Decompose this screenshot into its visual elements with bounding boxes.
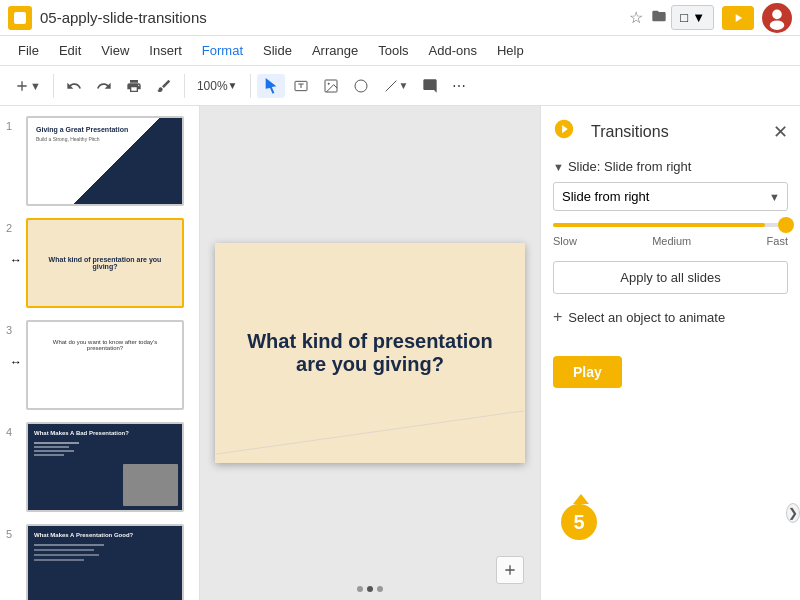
menu-view[interactable]: View xyxy=(91,39,139,62)
slide-canvas: What kind of presentation are you giving… xyxy=(215,243,525,463)
menu-help[interactable]: Help xyxy=(487,39,534,62)
slide-number-5: 5 xyxy=(6,524,20,540)
folder-button[interactable] xyxy=(647,6,671,30)
slide-thumb-3[interactable]: What do you want to know after today's p… xyxy=(26,320,184,410)
svg-point-0 xyxy=(772,9,782,19)
menu-slide[interactable]: Slide xyxy=(253,39,302,62)
page-dot-3 xyxy=(377,586,383,592)
chevron-icon: ▼ xyxy=(553,161,564,173)
play-button[interactable]: Play xyxy=(553,356,622,388)
toolbar: ▼ 100% ▼ ▼ ⋯ xyxy=(0,66,800,106)
present-button[interactable] xyxy=(722,6,754,30)
slide-section: ▼ Slide: Slide from right Slide from rig… xyxy=(553,159,788,294)
thumb-5-title: What Makes A Presentation Good? xyxy=(34,532,133,538)
cursor-button[interactable] xyxy=(257,74,285,98)
transitions-icon xyxy=(553,118,575,145)
slide-number-2: 2 xyxy=(6,218,20,234)
speed-thumb[interactable] xyxy=(778,217,794,233)
zoom-button[interactable]: 100% ▼ xyxy=(191,75,244,97)
menu-tools[interactable]: Tools xyxy=(368,39,418,62)
animate-section[interactable]: + Select an object to animate xyxy=(553,308,788,326)
slide-thumb-5[interactable]: What Makes A Presentation Good? xyxy=(26,524,184,600)
speed-labels: Slow Medium Fast xyxy=(553,235,788,247)
thumb-5-lines xyxy=(34,544,104,561)
play-section: Play xyxy=(553,340,788,388)
menu-edit[interactable]: Edit xyxy=(49,39,91,62)
layout-icon: □ xyxy=(680,10,688,25)
thumb-1-title: Giving a Great Presentation xyxy=(36,126,128,133)
callout-number: 5 xyxy=(573,511,584,534)
transitions-panel: Transitions ✕ ▼ Slide: Slide from right … xyxy=(540,106,800,600)
slide-panel: 1 Giving a Great Presentation Build a St… xyxy=(0,106,200,600)
transition-icon-2: ↔ xyxy=(10,253,22,267)
menu-insert[interactable]: Insert xyxy=(139,39,192,62)
speed-track[interactable] xyxy=(553,223,788,227)
app-icon xyxy=(8,6,32,30)
menu-format[interactable]: Format xyxy=(192,39,253,62)
animate-plus-icon: + xyxy=(553,308,562,326)
slide-thumb-4[interactable]: What Makes A Bad Presentation? xyxy=(26,422,184,512)
svg-point-1 xyxy=(770,20,784,30)
speed-section: Slow Medium Fast xyxy=(553,223,788,247)
panel-title: Transitions xyxy=(591,123,773,141)
thumb-1-subtitle: Build a Strong, Healthy Pitch xyxy=(36,136,100,142)
slide-thumb-1[interactable]: Giving a Great Presentation Build a Stro… xyxy=(26,116,184,206)
line-button[interactable]: ▼ xyxy=(377,74,415,98)
panel-close-button[interactable]: ✕ xyxy=(773,121,788,143)
image-button[interactable] xyxy=(317,74,345,98)
layout-button[interactable]: □ ▼ xyxy=(671,5,714,30)
undo-button[interactable] xyxy=(60,74,88,98)
thumb-3-text: What do you want to know after today's p… xyxy=(40,339,171,351)
textbox-button[interactable] xyxy=(287,74,315,98)
animate-label: Select an object to animate xyxy=(568,310,725,325)
slide-item-2[interactable]: 2 ↔ What kind of presentation are you gi… xyxy=(4,216,195,310)
shape-button[interactable] xyxy=(347,74,375,98)
thumb-4-lines xyxy=(34,442,79,456)
svg-line-6 xyxy=(385,80,396,91)
header-right: □ ▼ xyxy=(671,3,792,33)
toolbar-sep-1 xyxy=(53,74,54,98)
right-scrollbar: ❯ xyxy=(786,280,800,600)
slide-canvas-text: What kind of presentation are you giving… xyxy=(231,330,510,376)
apply-to-all-button[interactable]: Apply to all slides xyxy=(553,261,788,294)
speed-fast-label: Fast xyxy=(767,235,788,247)
callout-bubble: 5 xyxy=(561,504,597,540)
comment-button[interactable] xyxy=(416,74,444,98)
callout: 5 xyxy=(561,494,597,540)
menu-addons[interactable]: Add-ons xyxy=(419,39,487,62)
svg-point-4 xyxy=(327,82,329,84)
transition-icon-3: ↔ xyxy=(10,355,22,369)
slide-item-1[interactable]: 1 Giving a Great Presentation Build a St… xyxy=(4,114,195,208)
main-content: 1 Giving a Great Presentation Build a St… xyxy=(0,106,800,600)
more-button[interactable]: ⋯ xyxy=(446,74,472,98)
slide-number-4: 4 xyxy=(6,422,20,438)
slide-number-1: 1 xyxy=(6,116,20,132)
add-button[interactable]: ▼ xyxy=(8,74,47,98)
thumb-2-text: What kind of presentation are you giving… xyxy=(40,256,171,270)
slide-item-5[interactable]: 5 What Makes A Presentation Good? xyxy=(4,522,195,600)
redo-button[interactable] xyxy=(90,74,118,98)
thumb-4-image xyxy=(123,464,178,506)
page-dot-1 xyxy=(357,586,363,592)
menu-file[interactable]: File xyxy=(8,39,49,62)
slide-item-3[interactable]: 3 ↔ What do you want to know after today… xyxy=(4,318,195,412)
slide-thumb-2[interactable]: What kind of presentation are you giving… xyxy=(26,218,184,308)
star-button[interactable]: ☆ xyxy=(625,6,647,29)
panel-header: Transitions ✕ xyxy=(553,118,788,145)
scroll-arrow-button[interactable]: ❯ xyxy=(786,503,800,523)
toolbar-sep-3 xyxy=(250,74,251,98)
print-button[interactable] xyxy=(120,74,148,98)
toolbar-sep-2 xyxy=(184,74,185,98)
slide-number-3: 3 xyxy=(6,320,20,336)
thumb-4-title: What Makes A Bad Presentation? xyxy=(34,430,129,436)
title-bar: 05-apply-slide-transitions ☆ □ ▼ xyxy=(0,0,800,36)
slide-item-4[interactable]: 4 What Makes A Bad Presentation? xyxy=(4,420,195,514)
slide-section-label: Slide: Slide from right xyxy=(568,159,692,174)
canvas-area[interactable]: What kind of presentation are you giving… xyxy=(200,106,540,600)
paint-button[interactable] xyxy=(150,74,178,98)
menu-arrange[interactable]: Arrange xyxy=(302,39,368,62)
canvas-bottom-btn[interactable] xyxy=(496,556,524,584)
speed-slow-label: Slow xyxy=(553,235,577,247)
speed-fill xyxy=(553,223,765,227)
transition-select[interactable]: Slide from right None Fade Slide from le… xyxy=(553,182,788,211)
